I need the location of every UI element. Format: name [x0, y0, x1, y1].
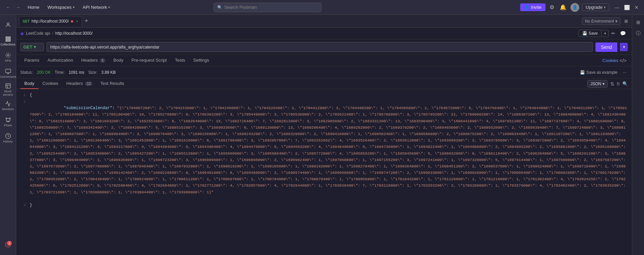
- upgrade-button[interactable]: Upgrade ▾: [582, 3, 609, 11]
- back-button[interactable]: ←: [4, 3, 12, 11]
- method-chevron: ▾: [34, 44, 36, 50]
- save-button[interactable]: 💾 Save: [579, 30, 601, 37]
- close-window-button[interactable]: ✕: [633, 4, 640, 11]
- tab-body[interactable]: Body: [109, 55, 128, 66]
- search-response-button[interactable]: 🔍: [622, 81, 628, 86]
- sidebar-item-profile[interactable]: [1, 18, 15, 32]
- sidebar-item-mock-servers[interactable]: Mock servers: [1, 82, 15, 97]
- environment-selector[interactable]: No Environment ▾: [582, 18, 620, 25]
- comment-button[interactable]: 💬: [618, 30, 628, 37]
- upgrade-chevron: ▾: [604, 5, 606, 9]
- environments-icon: [5, 68, 11, 74]
- search-box[interactable]: 🔍 Search Postman: [214, 3, 321, 12]
- json-line-2: 2 "submissionCalendar": "{\"1704067200\"…: [16, 99, 632, 202]
- tab-pre-request[interactable]: Pre-request Script: [128, 55, 171, 66]
- sidebar-item-apis[interactable]: APIs: [1, 50, 15, 65]
- minimize-button[interactable]: —: [613, 4, 621, 11]
- json-viewer[interactable]: 1 { 2 "submissionCalendar": "{\"17040672…: [16, 89, 632, 255]
- api-network-chevron: ▾: [108, 5, 110, 9]
- copy-response-button[interactable]: ⎘: [617, 81, 620, 86]
- cookies-link[interactable]: Cookies: [603, 58, 618, 63]
- flows-icon: [5, 117, 11, 123]
- api-icon: ◈: [20, 31, 24, 36]
- right-info-button[interactable]: ⓘ: [634, 28, 643, 38]
- collections-label: Collections: [0, 43, 15, 46]
- forward-button[interactable]: →: [14, 3, 22, 11]
- settings-button[interactable]: ⚙: [548, 3, 556, 12]
- active-request-tab[interactable]: GET http://localhost:3000/ ×: [19, 16, 82, 26]
- tab-settings[interactable]: Settings: [189, 55, 213, 66]
- save-dropdown-button[interactable]: ▾: [602, 30, 609, 37]
- save-bar: 💾 Save ▾ ✏ 💬: [579, 30, 628, 37]
- add-tab-button[interactable]: +: [83, 18, 90, 25]
- body-tab-cookies[interactable]: Cookies: [38, 78, 62, 89]
- sidebar-item-history[interactable]: History: [1, 131, 15, 146]
- breadcrumb-separator: /: [52, 31, 53, 36]
- svg-rect-2: [6, 39, 10, 40]
- svg-point-4: [7, 55, 9, 56]
- svg-point-8: [9, 118, 10, 119]
- send-button[interactable]: Send: [595, 42, 617, 52]
- sidebar-item-monitors[interactable]: Monitors: [1, 98, 15, 113]
- tab-options-button[interactable]: ⊞: [623, 18, 629, 25]
- json-value-submission: "{\"1704067200\": 2, \"1704153600\": 1, …: [30, 106, 628, 194]
- response-more-options[interactable]: ···: [621, 68, 628, 76]
- sidebar-item-collections[interactable]: Collections: [1, 34, 15, 49]
- sidebar-item-environments[interactable]: Environments: [1, 66, 15, 81]
- sidebar-item-flows[interactable]: Flows: [1, 115, 15, 129]
- profile-icon: [5, 22, 11, 28]
- status-value: 200 OK: [37, 70, 51, 75]
- line-number-1: 1: [16, 92, 30, 99]
- workspaces-nav[interactable]: Workspaces ▾: [45, 3, 77, 11]
- add-wrapper: 1: [5, 242, 11, 248]
- edit-button[interactable]: ✏: [609, 30, 617, 37]
- response-status-bar: Status: 200 OK Time: 1091 ms Size: 3.89 …: [16, 66, 632, 78]
- breadcrumb-current[interactable]: http://localhost:3000/: [55, 31, 93, 36]
- sidebar-item-add[interactable]: 1: [1, 237, 15, 252]
- method-selector[interactable]: GET ▾: [20, 43, 44, 51]
- tab-params[interactable]: Params: [20, 55, 44, 66]
- send-dropdown-button[interactable]: ▾: [620, 43, 628, 51]
- invite-button[interactable]: 👤 Invite: [520, 3, 545, 11]
- url-input[interactable]: [47, 42, 593, 52]
- svg-point-7: [6, 118, 7, 119]
- tab-tests[interactable]: Tests: [171, 55, 189, 66]
- invite-icon: 👤: [524, 5, 530, 10]
- body-tab-test-results[interactable]: Test Results: [96, 78, 129, 89]
- body-tab-headers[interactable]: Headers 13: [62, 78, 96, 89]
- tab-headers[interactable]: Headers 6: [77, 55, 109, 66]
- filter-button[interactable]: ⇅: [610, 81, 614, 87]
- avatar[interactable]: 👤: [570, 3, 579, 12]
- body-tab-body[interactable]: Body: [20, 78, 38, 89]
- breadcrumb-api[interactable]: LeetCode api: [26, 31, 50, 36]
- save-example-button[interactable]: 💾 Save as example: [580, 70, 617, 75]
- code-view-button[interactable]: </>: [618, 58, 628, 63]
- svg-rect-3: [6, 40, 10, 41]
- apis-icon: [5, 52, 11, 58]
- right-panel-toggle[interactable]: ⊞: [634, 18, 642, 27]
- tab-url: http://localhost:3000/: [32, 19, 69, 24]
- json-format-chevron: ▾: [603, 82, 605, 86]
- tab-authorization[interactable]: Authorization: [44, 55, 77, 66]
- environments-label: Environments: [0, 75, 17, 78]
- size-value: 3.89 KB: [101, 70, 116, 75]
- content-area: GET http://localhost:3000/ × + No Enviro…: [16, 15, 632, 255]
- maximize-button[interactable]: ⬜: [623, 4, 631, 11]
- main-layout: Collections APIs Environments Mock serve…: [0, 15, 644, 255]
- line-content-2: "submissionCalendar": "{\"1704067200\": …: [30, 99, 632, 202]
- json-format-selector[interactable]: JSON ▾: [587, 80, 608, 88]
- svg-point-0: [7, 23, 9, 25]
- mock-servers-icon: [5, 83, 11, 89]
- tab-method-badge: GET: [23, 20, 30, 23]
- top-bar: ← → Home Workspaces ▾ API Network ▾ 🔍 Se…: [0, 0, 644, 15]
- home-nav[interactable]: Home: [25, 3, 42, 11]
- history-icon: [5, 133, 11, 139]
- body-tabs: Body Cookies Headers 13 Test Results JSO…: [16, 78, 632, 89]
- line-number-3: 3: [16, 202, 30, 209]
- history-label: History: [3, 140, 12, 143]
- api-network-nav[interactable]: API Network ▾: [80, 3, 113, 11]
- top-bar-right: 👤 Invite ⚙ 🔔 👤 Upgrade ▾ — ⬜ ✕: [520, 3, 640, 12]
- save-icon: 💾: [582, 31, 587, 36]
- tab-close-button[interactable]: ×: [76, 19, 78, 23]
- notifications-button[interactable]: 🔔: [558, 3, 568, 12]
